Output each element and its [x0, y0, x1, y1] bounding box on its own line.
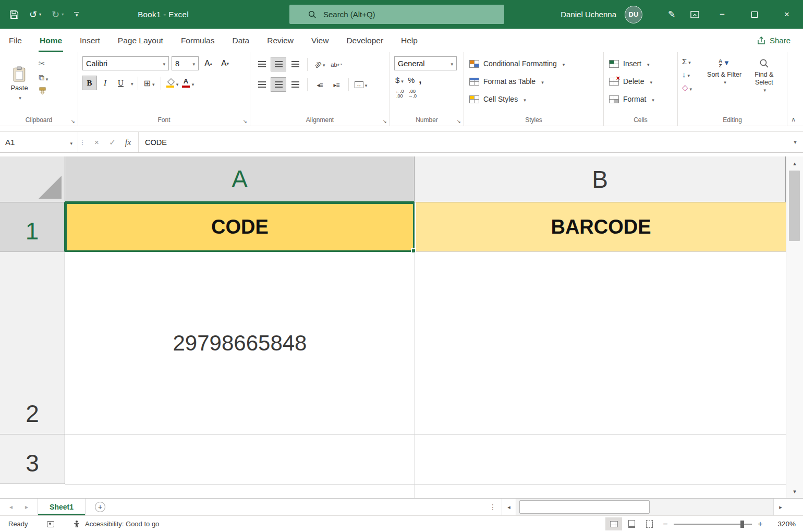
zoom-slider-handle[interactable]: [740, 521, 744, 528]
tab-formulas[interactable]: Formulas: [172, 29, 224, 52]
decrease-decimal-button[interactable]: .00→.0: [408, 89, 417, 99]
previous-sheet-button[interactable]: ◂: [9, 503, 13, 511]
underline-button[interactable]: U: [114, 76, 128, 90]
macro-recording-button[interactable]: [47, 521, 54, 527]
decrease-font-size-button[interactable]: A▾: [218, 57, 232, 70]
tab-developer[interactable]: Developer: [337, 29, 392, 52]
undo-button[interactable]: ↺▾: [29, 10, 41, 19]
zoom-slider[interactable]: [674, 524, 752, 525]
column-header-b[interactable]: B: [415, 156, 786, 202]
name-box[interactable]: A1: [0, 132, 78, 152]
cancel-entry-button[interactable]: ×: [90, 135, 104, 149]
orientation-button[interactable]: [312, 57, 327, 71]
cell-b1[interactable]: BARCODE: [416, 202, 786, 252]
inking-pen-button[interactable]: ✎: [660, 9, 683, 20]
search-box[interactable]: Search (Alt+Q): [289, 5, 504, 24]
tab-data[interactable]: Data: [223, 29, 258, 52]
tab-review[interactable]: Review: [258, 29, 302, 52]
wrap-text-button[interactable]: [329, 57, 344, 71]
cell-a2[interactable]: 29798665848: [65, 252, 415, 434]
scroll-down-button[interactable]: ▾: [786, 486, 803, 497]
tab-view[interactable]: View: [302, 29, 337, 52]
horizontal-scroll-track[interactable]: [516, 499, 774, 515]
row-header-3[interactable]: 3: [0, 434, 65, 484]
borders-button[interactable]: [142, 76, 156, 90]
accounting-format-button[interactable]: $: [395, 76, 404, 84]
cell-styles-button[interactable]: Cell Styles: [468, 90, 599, 108]
customize-qat-button[interactable]: ▾: [74, 12, 79, 17]
copy-button[interactable]: [39, 73, 48, 82]
save-button[interactable]: [9, 10, 19, 19]
next-sheet-button[interactable]: ▸: [25, 503, 28, 511]
bold-button[interactable]: B: [82, 76, 96, 90]
alignment-dialog-launcher[interactable]: [383, 118, 387, 124]
scroll-up-button[interactable]: ▴: [786, 158, 803, 168]
top-align-button[interactable]: [254, 57, 269, 71]
horizontal-scrollbar[interactable]: ◂ ▸: [502, 499, 787, 515]
font-color-button[interactable]: [181, 76, 195, 90]
sort-filter-button[interactable]: AZ Sort & Filter: [705, 55, 743, 112]
format-as-table-button[interactable]: Format as Table: [468, 72, 599, 90]
sheet-tab-sheet1[interactable]: Sheet1: [38, 499, 86, 515]
accessibility-status[interactable]: Accessibility: Good to go: [73, 520, 159, 528]
normal-view-button[interactable]: [605, 517, 622, 530]
zoom-in-button[interactable]: +: [753, 519, 768, 529]
merge-center-button[interactable]: [354, 78, 368, 91]
align-left-button[interactable]: [254, 78, 269, 91]
font-size-combo[interactable]: 8: [172, 56, 199, 70]
percent-style-button[interactable]: %: [408, 76, 415, 84]
expand-formula-bar-button[interactable]: ▾: [787, 132, 803, 152]
maximize-button[interactable]: [738, 0, 771, 29]
format-cells-button[interactable]: Format: [608, 90, 673, 108]
tab-home[interactable]: Home: [31, 29, 71, 52]
insert-function-button[interactable]: fx: [121, 135, 135, 149]
select-all-button[interactable]: [0, 156, 65, 202]
minimize-button[interactable]: −: [706, 0, 738, 29]
enter-entry-button[interactable]: ✓: [105, 135, 119, 149]
decrease-indent-button[interactable]: [312, 78, 327, 91]
column-header-a[interactable]: A: [65, 156, 415, 202]
ribbon-display-options-button[interactable]: [683, 11, 706, 18]
scroll-right-button[interactable]: ▸: [774, 499, 787, 515]
find-select-button[interactable]: Find & Select: [746, 55, 783, 112]
fill-button[interactable]: [682, 70, 703, 79]
name-box-resize-grip[interactable]: [78, 132, 87, 152]
close-button[interactable]: ×: [771, 0, 803, 29]
insert-cells-button[interactable]: Insert: [608, 55, 673, 72]
vertical-scroll-thumb[interactable]: [789, 171, 800, 241]
zoom-level[interactable]: 320%: [768, 520, 796, 528]
middle-align-button[interactable]: [271, 57, 286, 71]
font-name-combo[interactable]: Calibri: [82, 56, 169, 70]
align-center-button[interactable]: [271, 78, 286, 91]
tab-insert[interactable]: Insert: [71, 29, 109, 52]
page-break-view-button[interactable]: [641, 517, 658, 530]
horizontal-scroll-thumb[interactable]: [519, 500, 650, 514]
increase-decimal-button[interactable]: ←.0.00: [395, 89, 404, 99]
cell-a1-selected[interactable]: CODE: [65, 202, 415, 252]
tab-help[interactable]: Help: [392, 29, 427, 52]
comma-style-button[interactable]: ,: [419, 74, 421, 86]
cut-button[interactable]: [39, 59, 48, 68]
delete-cells-button[interactable]: Delete: [608, 72, 673, 90]
font-dialog-launcher[interactable]: [243, 118, 247, 124]
clipboard-dialog-launcher[interactable]: [71, 118, 75, 124]
fill-color-button[interactable]: [165, 76, 179, 90]
bottom-align-button[interactable]: [288, 57, 302, 71]
clear-button[interactable]: [682, 83, 703, 92]
formula-input[interactable]: CODE: [139, 132, 787, 152]
conditional-formatting-button[interactable]: Conditional Formatting: [468, 55, 599, 72]
share-button[interactable]: Share: [757, 29, 790, 52]
vertical-scrollbar[interactable]: ▴ ▾: [786, 156, 803, 498]
collapse-ribbon-button[interactable]: [791, 116, 796, 123]
paste-button[interactable]: Paste: [4, 55, 34, 112]
tab-page-layout[interactable]: Page Layout: [109, 29, 172, 52]
format-painter-button[interactable]: [39, 87, 48, 95]
page-layout-view-button[interactable]: [623, 517, 640, 530]
italic-button[interactable]: I: [98, 76, 112, 90]
new-sheet-button[interactable]: +: [95, 502, 105, 512]
autosum-button[interactable]: Σ: [682, 57, 703, 66]
align-right-button[interactable]: [288, 78, 302, 91]
row-header-2[interactable]: 2: [0, 252, 65, 434]
tab-file[interactable]: File: [0, 29, 31, 52]
increase-font-size-button[interactable]: A▴: [201, 57, 215, 70]
